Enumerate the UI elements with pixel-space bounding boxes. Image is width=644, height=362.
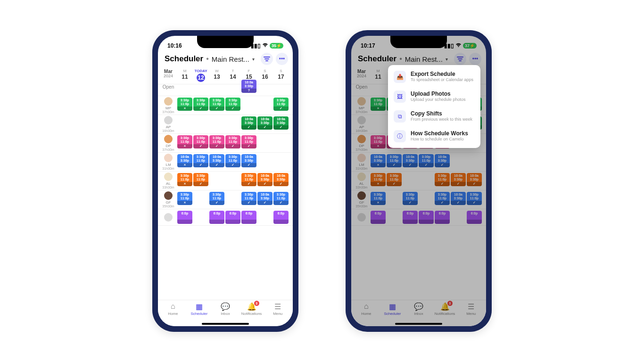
- avatar[interactable]: [164, 116, 173, 124]
- schedule-cell[interactable]: 3:30p11:0p✓: [225, 97, 241, 114]
- schedule-cell[interactable]: [241, 97, 257, 114]
- shift-block[interactable]: 3:30p11:0p✓: [225, 98, 240, 111]
- schedule-cell[interactable]: 3:30p11:0p✓: [241, 191, 257, 208]
- schedule-cell[interactable]: [193, 210, 209, 224]
- schedule-cell[interactable]: 3:30p11:0p×: [177, 173, 193, 189]
- schedule-cell[interactable]: 10:0a3:30p✓: [241, 116, 257, 132]
- shift-block[interactable]: 6:0p: [273, 211, 289, 224]
- location-selector[interactable]: Main Rest...: [212, 55, 249, 63]
- shift-block[interactable]: 10:0a3:30p✓: [257, 173, 272, 186]
- shift-block[interactable]: 3:30p11:0p✓: [193, 154, 208, 167]
- shift-block[interactable]: 3:30p11:0p✓: [193, 98, 208, 111]
- schedule-cell[interactable]: [193, 116, 209, 132]
- shift-block[interactable]: 3:30p11:0p✓: [193, 173, 208, 186]
- shift-block[interactable]: 3:30p11:0p✓: [209, 98, 224, 111]
- schedule-cell[interactable]: [225, 116, 241, 132]
- schedule-cell[interactable]: [209, 116, 225, 132]
- schedule-cell[interactable]: 10:0a3:30p✓: [273, 116, 289, 132]
- shift-block[interactable]: 6:0p: [209, 211, 224, 224]
- schedule-cell[interactable]: [273, 154, 289, 170]
- shift-block[interactable]: 10:0a3:30p✓: [257, 192, 272, 205]
- shift-block[interactable]: 6:0p: [177, 211, 192, 224]
- schedule-cell[interactable]: 10:0a3:30p×: [177, 154, 193, 170]
- tab-menu[interactable]: ☰Menu: [265, 302, 290, 321]
- schedule-cell[interactable]: [209, 173, 225, 189]
- schedule-cell[interactable]: 3:30p11:0p✓: [225, 135, 241, 151]
- schedule-cell[interactable]: [257, 210, 273, 224]
- schedule-cell[interactable]: [257, 97, 273, 114]
- schedule-cell[interactable]: 10:0a3:30p✓: [257, 116, 273, 132]
- shift-block[interactable]: 3:30p11:0p✓: [273, 192, 289, 205]
- tab-notifications[interactable]: 🔔3Notifications: [239, 302, 264, 321]
- shift-block[interactable]: 10:0a3:30p✓: [273, 173, 289, 186]
- schedule-cell[interactable]: 3:30p11:0p✓: [193, 154, 209, 170]
- avatar[interactable]: [164, 173, 173, 181]
- schedule-cell[interactable]: 3:30p11:0p✓: [273, 191, 289, 208]
- avatar[interactable]: [164, 191, 173, 200]
- schedule-cell[interactable]: 3:30p11:0p×: [177, 191, 193, 208]
- shift-block[interactable]: 3:30p11:0p✓: [225, 154, 240, 167]
- schedule-cell[interactable]: [273, 135, 289, 151]
- schedule-cell[interactable]: 3:30p11:0p×: [177, 97, 193, 114]
- schedule-cell[interactable]: [177, 116, 193, 132]
- schedule-cell[interactable]: 3:30p11:0p✓: [241, 173, 257, 189]
- schedule-cell[interactable]: 3:30p11:0p✓: [241, 135, 257, 151]
- shift-block[interactable]: 10:0a3:30p?: [241, 80, 256, 93]
- shift-block[interactable]: 6:0p: [241, 211, 256, 224]
- schedule-cell[interactable]: [225, 191, 241, 208]
- schedule-cell[interactable]: 10:0a3:30p✓: [241, 154, 257, 170]
- chevron-down-icon[interactable]: ▾: [252, 57, 255, 62]
- menu-item[interactable]: 📤Export ScheduleTo spreadsheet or Calend…: [388, 67, 480, 87]
- schedule-cell[interactable]: [225, 173, 241, 189]
- shift-block[interactable]: 3:30p11:0p✓: [241, 135, 256, 148]
- tab-scheduler[interactable]: ▦Scheduler: [186, 302, 212, 321]
- menu-item[interactable]: ⧉Copy ShiftsFrom previous week to this w…: [388, 107, 480, 126]
- filter-button[interactable]: [261, 53, 273, 65]
- shift-block[interactable]: 3:30p11:0p×: [177, 173, 192, 186]
- schedule-cell[interactable]: 3:30p11:0p✓: [193, 135, 209, 151]
- shift-block[interactable]: 3:30p11:0p×: [177, 192, 192, 205]
- schedule-cell[interactable]: 3:30p11:0p✓: [209, 97, 225, 114]
- shift-block[interactable]: 3:30p11:0p✓: [241, 173, 256, 186]
- tab-inbox[interactable]: 💬Inbox: [213, 302, 238, 321]
- schedule-cell[interactable]: 3:30p11:0p✓: [193, 173, 209, 189]
- schedule-cell[interactable]: 3:30p11:0p✓: [193, 97, 209, 114]
- shift-block[interactable]: 10:0a3:30p✓: [257, 116, 272, 130]
- shift-block[interactable]: 3:30p11:0p✓: [225, 135, 240, 148]
- shift-block[interactable]: 3:30p11:0p✓: [273, 98, 289, 111]
- shift-block[interactable]: 3:30p11:0p×: [177, 98, 192, 111]
- avatar[interactable]: [164, 213, 173, 222]
- schedule-cell[interactable]: 6:0p: [177, 210, 193, 224]
- schedule-cell[interactable]: 3:30p11:0p✓: [209, 191, 225, 208]
- shift-block[interactable]: 10:0a3:30p✓: [241, 154, 256, 167]
- shift-block[interactable]: 3:30p11:0p✓: [209, 135, 224, 148]
- shift-block[interactable]: 3:30p11:0p✓: [241, 192, 256, 205]
- shift-block[interactable]: 6:0p: [225, 211, 240, 224]
- shift-block[interactable]: 10:0a3:30p✓: [273, 116, 289, 130]
- menu-item[interactable]: ⓘHow Schedule WorksHow to schedule on Ca…: [388, 126, 480, 146]
- schedule-cell[interactable]: 6:0p: [273, 210, 289, 224]
- avatar[interactable]: [164, 135, 173, 143]
- schedule-cell[interactable]: 3:30p11:0p✓: [225, 154, 241, 170]
- tab-home[interactable]: ⌂Home: [160, 302, 186, 321]
- schedule-cell[interactable]: 6:0p: [225, 210, 241, 224]
- more-button[interactable]: •••: [276, 53, 288, 65]
- schedule-cell[interactable]: [257, 135, 273, 151]
- menu-item[interactable]: 🖼Upload PhotosUpload your schedule photo…: [388, 87, 480, 107]
- schedule-cell[interactable]: [193, 191, 209, 208]
- shift-block[interactable]: 3:30p11:0p×: [177, 135, 192, 148]
- schedule-cell[interactable]: 6:0p: [209, 210, 225, 224]
- schedule-grid[interactable]: Open10:0a3:30p?MP37h30m3:30p11:0p×3:30p1…: [158, 78, 293, 300]
- avatar[interactable]: [164, 97, 173, 106]
- schedule-cell[interactable]: 6:0p: [241, 210, 257, 224]
- schedule-cell[interactable]: [257, 154, 273, 170]
- shift-block[interactable]: 10:0a3:30p✓: [209, 154, 224, 167]
- shift-block[interactable]: 10:0a3:30p×: [177, 154, 192, 167]
- avatar[interactable]: [164, 154, 173, 162]
- schedule-cell[interactable]: 3:30p11:0p✓: [209, 135, 225, 151]
- schedule-cell[interactable]: 3:30p11:0p✓: [273, 97, 289, 114]
- schedule-cell[interactable]: 10:0a3:30p✓: [273, 173, 289, 189]
- shift-block[interactable]: 3:30p11:0p✓: [193, 135, 208, 148]
- schedule-cell[interactable]: 10:0a3:30p✓: [209, 154, 225, 170]
- schedule-cell[interactable]: 3:30p11:0p×: [177, 135, 193, 151]
